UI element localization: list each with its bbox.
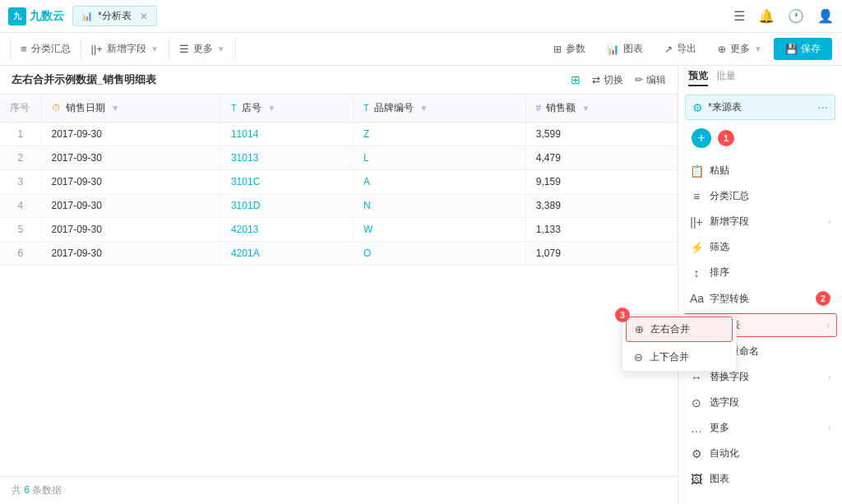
table-cell: 6 [0, 242, 41, 266]
popup-merge-wrap: 3 ⊕ 左右合并 ⊖ 上下合并 [622, 314, 737, 372]
data-table: 序号 ⏱ 销售日期 ▼ T 店号 ▼ T [0, 95, 678, 266]
more2-icon: ⊕ [718, 44, 726, 55]
col-header-sales: # 销售额 ▼ [525, 95, 677, 123]
edit-icon: ✏ [635, 74, 643, 86]
more2-button[interactable]: ⊕ 更多 ▼ [708, 38, 772, 60]
menu-icon-粘贴: 📋 [690, 164, 703, 178]
tab-batch[interactable]: 批量 [716, 69, 736, 86]
edit-button[interactable]: ✏ 编辑 [635, 73, 666, 87]
menu-arrow-icon: › [828, 372, 830, 381]
table-cell: 2017-09-30 [41, 218, 220, 242]
table-cell: 3,599 [525, 123, 677, 146]
table-cell: 1 [0, 123, 41, 146]
source-more-icon[interactable]: ⋯ [817, 101, 828, 113]
clock-type-icon: ⏱ [52, 103, 61, 113]
menu-icon-替换字段: ↔ [690, 371, 703, 384]
menu-item-字型转换[interactable]: Aa字型转换2 [678, 285, 842, 312]
summary-button[interactable]: ≡ 分类汇总 [10, 38, 81, 60]
params-label: 参数 [566, 42, 585, 56]
menu-label-替换字段: 替换字段 [710, 370, 821, 384]
col-header-num: 序号 [0, 95, 41, 123]
merge-lr-label: 左右合并 [650, 322, 690, 336]
merge-tb-label: 上下合并 [650, 350, 689, 364]
menu-item-排序[interactable]: ↕排序 [678, 260, 842, 285]
table-cell: 2 [0, 146, 41, 170]
table-cell: 2017-09-30 [41, 170, 220, 194]
table-row: 52017-09-3042013W1,133 [0, 218, 678, 242]
table-actions: ⊞ ⇄ 切换 ✏ 编辑 [571, 73, 666, 87]
badge-3: 3 [615, 307, 630, 322]
table-cell: A [354, 170, 526, 194]
tab-close-icon[interactable]: ✕ [140, 11, 148, 22]
table-cell: 3,389 [525, 194, 677, 218]
layout-icon[interactable]: ⊞ [571, 73, 581, 86]
summary-icon: ≡ [21, 43, 27, 55]
export-button[interactable]: ↗ 导出 [655, 38, 706, 60]
add-button[interactable]: + [692, 128, 711, 148]
tab-preview[interactable]: 预览 [688, 69, 708, 86]
logo: 九 九数云 [8, 7, 64, 25]
brand-filter-icon[interactable]: ▼ [419, 104, 428, 113]
menu-label-字型转换: 字型转换 [710, 292, 809, 306]
save-label: 保存 [801, 42, 821, 56]
add-field-button[interactable]: ||+ 新增字段 ▼ [81, 38, 169, 60]
menu-label-排序: 排序 [710, 266, 830, 280]
menu-item-粘贴[interactable]: 📋粘贴 [678, 158, 842, 183]
menu-item-新增字段[interactable]: ||+新增字段› [678, 209, 842, 234]
table-cell: 2017-09-30 [41, 242, 220, 266]
logo-text: 九数云 [30, 9, 64, 24]
table-cell: O [354, 242, 526, 266]
toolbar-left: ≡ 分类汇总 ||+ 新增字段 ▼ ☰ 更多 ▼ [10, 38, 236, 60]
chart-label: 图表 [623, 42, 643, 56]
params-button[interactable]: ⊞ 参数 [544, 38, 595, 60]
menu-item-选字段[interactable]: ⊙选字段 [678, 390, 842, 415]
hash-type-icon: # [536, 103, 541, 113]
grid-icon: ⊞ [571, 73, 581, 86]
table-title: 左右合并示例数据_销售明细表 [12, 72, 571, 87]
menu-icon-自动化: ⚙ [690, 447, 703, 460]
summary-label: 分类汇总 [31, 42, 71, 56]
menu-item-更多[interactable]: …更多› [678, 415, 842, 441]
sales-filter-icon[interactable]: ▼ [582, 104, 590, 113]
menu-item-筛选[interactable]: ⚡筛选 [678, 234, 842, 260]
merge-tb-button[interactable]: ⊖ 上下合并 [622, 344, 736, 371]
menu-arrow-icon: › [828, 423, 830, 432]
merge-lr-button[interactable]: ⊕ 左右合并 [626, 317, 733, 342]
store-filter-icon[interactable]: ▼ [267, 104, 275, 113]
date-filter-icon[interactable]: ▼ [111, 104, 119, 113]
source-table-section: ⚙ *来源表 ⋯ + 1 [678, 90, 842, 158]
menu-item-分类汇总[interactable]: ≡分类汇总 [678, 183, 842, 209]
table-cell: Z [354, 123, 526, 146]
title-bar: 九 九数云 📊 *分析表 ✕ ☰ 🔔 🕐 👤 [0, 0, 842, 33]
logo-icon: 九 [8, 7, 26, 25]
table-cell: 2017-09-30 [41, 194, 220, 218]
table-cell: 31013 [220, 146, 353, 170]
save-button[interactable]: 💾 保存 [774, 38, 832, 60]
clock-icon[interactable]: 🕐 [788, 8, 804, 24]
table-cell: 4201A [220, 242, 353, 266]
notification-icon[interactable]: 🔔 [758, 8, 775, 24]
col-num-label: 序号 [10, 102, 30, 113]
menu-icon-图表: 🖼 [690, 473, 703, 486]
user-icon[interactable]: 👤 [817, 8, 834, 24]
col-header-date: ⏱ 销售日期 ▼ [41, 95, 220, 123]
menu-arrow-icon: › [828, 217, 830, 226]
switch-button[interactable]: ⇄ 切换 [592, 73, 623, 87]
menu-item-自动化[interactable]: ⚙自动化 [678, 441, 842, 466]
menu-item-图表[interactable]: 🖼图表 [678, 466, 842, 492]
table-cell: 4,479 [525, 146, 677, 170]
chart-button[interactable]: 📊 图表 [597, 38, 653, 60]
table-cell: N [354, 194, 526, 218]
table-cell: L [354, 146, 526, 170]
more2-arrow: ▼ [754, 44, 762, 53]
table-cell: 5 [0, 218, 41, 242]
more-button[interactable]: ☰ 更多 ▼ [169, 38, 236, 60]
tab-item[interactable]: 📊 *分析表 ✕ [72, 6, 157, 26]
col-header-store: T 店号 ▼ [220, 95, 353, 123]
menu-icon[interactable]: ☰ [733, 8, 745, 24]
more-arrow: ▼ [217, 44, 225, 53]
table-row: 32017-09-303101CA9,159 [0, 170, 678, 194]
menu-icon-筛选: ⚡ [690, 241, 703, 254]
edit-label: 编辑 [646, 73, 666, 87]
text-type-icon-brand: T [363, 103, 369, 113]
